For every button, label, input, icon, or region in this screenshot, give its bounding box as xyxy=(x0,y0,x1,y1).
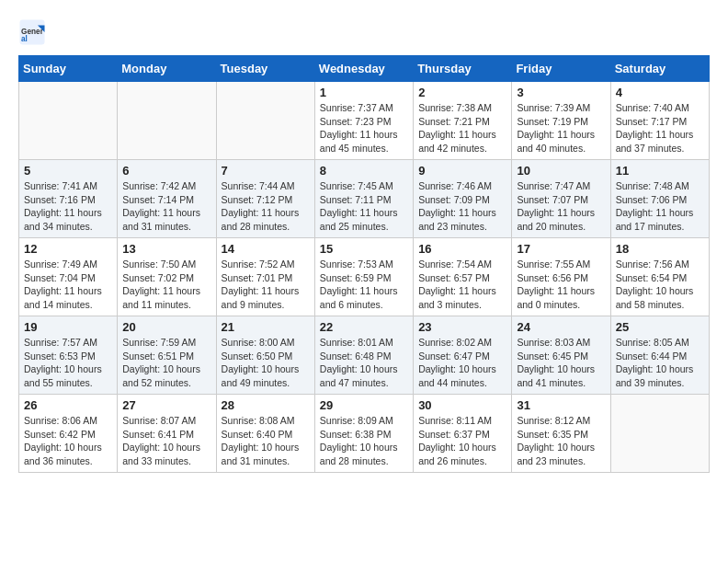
day-info: Sunrise: 7:46 AM Sunset: 7:09 PM Dayligh… xyxy=(418,179,506,234)
calendar-day-cell: 4Sunrise: 7:40 AM Sunset: 7:17 PM Daylig… xyxy=(610,82,709,160)
calendar-week-row: 26Sunrise: 8:06 AM Sunset: 6:42 PM Dayli… xyxy=(19,395,710,473)
calendar-day-cell: 14Sunrise: 7:52 AM Sunset: 7:01 PM Dayli… xyxy=(216,238,314,316)
day-of-week-header: Saturday xyxy=(610,56,709,82)
calendar-day-cell: 18Sunrise: 7:56 AM Sunset: 6:54 PM Dayli… xyxy=(610,238,709,316)
calendar-day-cell: 2Sunrise: 7:38 AM Sunset: 7:21 PM Daylig… xyxy=(414,82,512,160)
day-number: 13 xyxy=(122,242,210,256)
day-number: 23 xyxy=(418,320,506,334)
day-number: 3 xyxy=(517,86,605,99)
page-header: Gener al xyxy=(18,18,710,46)
calendar-day-cell: 31Sunrise: 8:12 AM Sunset: 6:35 PM Dayli… xyxy=(512,395,610,473)
logo-icon: Gener al xyxy=(18,18,46,46)
day-number: 5 xyxy=(24,164,112,178)
day-of-week-header: Tuesday xyxy=(216,56,314,82)
day-info: Sunrise: 7:59 AM Sunset: 6:51 PM Dayligh… xyxy=(122,336,210,390)
calendar-day-cell: 3Sunrise: 7:39 AM Sunset: 7:19 PM Daylig… xyxy=(512,82,610,160)
day-info: Sunrise: 8:12 AM Sunset: 6:35 PM Dayligh… xyxy=(517,414,605,468)
calendar-day-cell xyxy=(19,82,118,160)
calendar-day-cell: 9Sunrise: 7:46 AM Sunset: 7:09 PM Daylig… xyxy=(414,160,512,238)
day-number: 1 xyxy=(320,86,408,99)
day-number: 29 xyxy=(320,398,408,412)
svg-text:al: al xyxy=(21,35,28,43)
day-info: Sunrise: 8:06 AM Sunset: 6:42 PM Dayligh… xyxy=(24,414,112,468)
day-info: Sunrise: 7:47 AM Sunset: 7:07 PM Dayligh… xyxy=(517,179,605,234)
day-info: Sunrise: 7:45 AM Sunset: 7:11 PM Dayligh… xyxy=(320,179,408,234)
calendar-week-row: 1Sunrise: 7:37 AM Sunset: 7:23 PM Daylig… xyxy=(19,82,710,160)
calendar-day-cell: 19Sunrise: 7:57 AM Sunset: 6:53 PM Dayli… xyxy=(19,316,118,395)
calendar-day-cell: 1Sunrise: 7:37 AM Sunset: 7:23 PM Daylig… xyxy=(314,82,413,160)
day-number: 6 xyxy=(122,164,210,178)
day-info: Sunrise: 7:40 AM Sunset: 7:17 PM Dayligh… xyxy=(616,101,704,155)
day-info: Sunrise: 7:57 AM Sunset: 6:53 PM Dayligh… xyxy=(24,336,112,390)
calendar-day-cell: 16Sunrise: 7:54 AM Sunset: 6:57 PM Dayli… xyxy=(414,238,512,316)
calendar-header-row: SundayMondayTuesdayWednesdayThursdayFrid… xyxy=(19,56,710,82)
day-number: 17 xyxy=(517,242,605,256)
calendar-day-cell: 26Sunrise: 8:06 AM Sunset: 6:42 PM Dayli… xyxy=(19,395,118,473)
day-number: 11 xyxy=(616,164,704,178)
day-info: Sunrise: 7:48 AM Sunset: 7:06 PM Dayligh… xyxy=(616,179,704,234)
day-info: Sunrise: 7:38 AM Sunset: 7:21 PM Dayligh… xyxy=(418,101,506,155)
day-number: 8 xyxy=(320,164,408,178)
day-number: 26 xyxy=(24,398,112,412)
day-number: 7 xyxy=(222,164,310,178)
calendar-day-cell: 13Sunrise: 7:50 AM Sunset: 7:02 PM Dayli… xyxy=(118,238,216,316)
calendar-day-cell: 22Sunrise: 8:01 AM Sunset: 6:48 PM Dayli… xyxy=(314,316,413,395)
calendar-day-cell xyxy=(118,82,216,160)
day-info: Sunrise: 8:07 AM Sunset: 6:41 PM Dayligh… xyxy=(122,414,210,468)
day-number: 4 xyxy=(616,86,704,99)
day-info: Sunrise: 8:05 AM Sunset: 6:44 PM Dayligh… xyxy=(616,336,704,390)
calendar-day-cell: 8Sunrise: 7:45 AM Sunset: 7:11 PM Daylig… xyxy=(314,160,413,238)
calendar-day-cell: 30Sunrise: 8:11 AM Sunset: 6:37 PM Dayli… xyxy=(414,395,512,473)
day-number: 31 xyxy=(517,398,605,412)
day-number: 16 xyxy=(418,242,506,256)
calendar-day-cell xyxy=(216,82,314,160)
calendar-day-cell: 15Sunrise: 7:53 AM Sunset: 6:59 PM Dayli… xyxy=(314,238,413,316)
day-number: 15 xyxy=(320,242,408,256)
day-info: Sunrise: 7:42 AM Sunset: 7:14 PM Dayligh… xyxy=(122,179,210,234)
day-info: Sunrise: 8:02 AM Sunset: 6:47 PM Dayligh… xyxy=(418,336,506,390)
calendar-day-cell: 25Sunrise: 8:05 AM Sunset: 6:44 PM Dayli… xyxy=(610,316,709,395)
day-number: 28 xyxy=(222,398,310,412)
calendar-day-cell: 27Sunrise: 8:07 AM Sunset: 6:41 PM Dayli… xyxy=(118,395,216,473)
day-number: 14 xyxy=(222,242,310,256)
calendar-week-row: 12Sunrise: 7:49 AM Sunset: 7:04 PM Dayli… xyxy=(19,238,710,316)
calendar-day-cell: 21Sunrise: 8:00 AM Sunset: 6:50 PM Dayli… xyxy=(216,316,314,395)
day-info: Sunrise: 7:50 AM Sunset: 7:02 PM Dayligh… xyxy=(122,258,210,312)
day-of-week-header: Friday xyxy=(512,56,610,82)
day-info: Sunrise: 7:41 AM Sunset: 7:16 PM Dayligh… xyxy=(24,179,112,234)
day-info: Sunrise: 7:54 AM Sunset: 6:57 PM Dayligh… xyxy=(418,258,506,312)
calendar-table: SundayMondayTuesdayWednesdayThursdayFrid… xyxy=(18,55,710,473)
day-of-week-header: Monday xyxy=(118,56,216,82)
calendar-day-cell xyxy=(610,395,709,473)
day-number: 10 xyxy=(517,164,605,178)
day-info: Sunrise: 7:55 AM Sunset: 6:56 PM Dayligh… xyxy=(517,258,605,312)
calendar-day-cell: 17Sunrise: 7:55 AM Sunset: 6:56 PM Dayli… xyxy=(512,238,610,316)
calendar-week-row: 19Sunrise: 7:57 AM Sunset: 6:53 PM Dayli… xyxy=(19,316,710,395)
day-number: 20 xyxy=(122,320,210,334)
day-info: Sunrise: 8:03 AM Sunset: 6:45 PM Dayligh… xyxy=(517,336,605,390)
calendar-day-cell: 24Sunrise: 8:03 AM Sunset: 6:45 PM Dayli… xyxy=(512,316,610,395)
day-of-week-header: Thursday xyxy=(414,56,512,82)
calendar-day-cell: 20Sunrise: 7:59 AM Sunset: 6:51 PM Dayli… xyxy=(118,316,216,395)
calendar-day-cell: 12Sunrise: 7:49 AM Sunset: 7:04 PM Dayli… xyxy=(19,238,118,316)
calendar-day-cell: 10Sunrise: 7:47 AM Sunset: 7:07 PM Dayli… xyxy=(512,160,610,238)
day-info: Sunrise: 8:09 AM Sunset: 6:38 PM Dayligh… xyxy=(320,414,408,468)
day-number: 18 xyxy=(616,242,704,256)
logo: Gener al xyxy=(18,18,50,46)
day-info: Sunrise: 8:01 AM Sunset: 6:48 PM Dayligh… xyxy=(320,336,408,390)
calendar-day-cell: 23Sunrise: 8:02 AM Sunset: 6:47 PM Dayli… xyxy=(414,316,512,395)
day-number: 12 xyxy=(24,242,112,256)
day-number: 9 xyxy=(418,164,506,178)
day-info: Sunrise: 8:11 AM Sunset: 6:37 PM Dayligh… xyxy=(418,414,506,468)
day-number: 30 xyxy=(418,398,506,412)
day-of-week-header: Sunday xyxy=(19,56,118,82)
day-info: Sunrise: 7:56 AM Sunset: 6:54 PM Dayligh… xyxy=(616,258,704,312)
day-info: Sunrise: 7:44 AM Sunset: 7:12 PM Dayligh… xyxy=(222,179,310,234)
calendar-day-cell: 7Sunrise: 7:44 AM Sunset: 7:12 PM Daylig… xyxy=(216,160,314,238)
calendar-day-cell: 29Sunrise: 8:09 AM Sunset: 6:38 PM Dayli… xyxy=(314,395,413,473)
day-of-week-header: Wednesday xyxy=(314,56,413,82)
day-info: Sunrise: 8:00 AM Sunset: 6:50 PM Dayligh… xyxy=(222,336,310,390)
day-info: Sunrise: 7:53 AM Sunset: 6:59 PM Dayligh… xyxy=(320,258,408,312)
day-number: 25 xyxy=(616,320,704,334)
day-number: 2 xyxy=(418,86,506,99)
